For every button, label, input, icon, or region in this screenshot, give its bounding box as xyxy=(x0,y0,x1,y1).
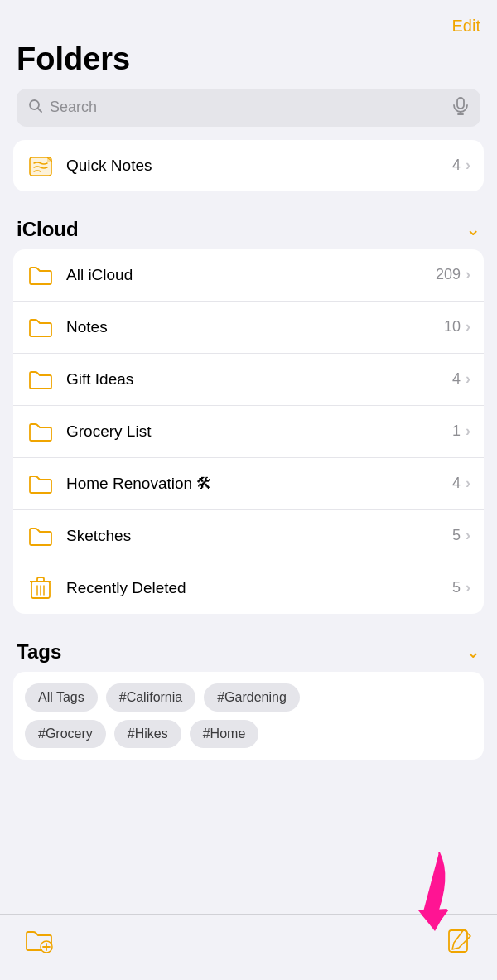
svg-rect-16 xyxy=(449,930,467,952)
item-count: 1 xyxy=(452,422,461,440)
list-item[interactable]: Gift Ideas 4 › xyxy=(13,354,484,406)
title-area: Folders xyxy=(0,39,497,89)
item-count: 5 xyxy=(452,579,461,596)
tags-card: All Tags #California #Gardening #Grocery… xyxy=(13,672,484,760)
header: Edit xyxy=(0,0,497,39)
item-count: 4 xyxy=(452,370,461,388)
item-label: Home Renovation 🛠 xyxy=(66,475,452,493)
folder-icon xyxy=(27,418,55,446)
item-count: 209 xyxy=(436,266,461,283)
tags-section-header: Tags ⌄ xyxy=(0,634,497,672)
icloud-title: iCloud xyxy=(17,218,79,241)
compose-button[interactable] xyxy=(447,929,472,953)
folder-icon xyxy=(27,365,55,393)
quick-notes-chevron: › xyxy=(466,157,470,174)
tag-hikes[interactable]: #Hikes xyxy=(114,720,181,748)
item-label: Sketches xyxy=(66,527,452,545)
new-folder-button[interactable] xyxy=(25,929,53,953)
item-chevron: › xyxy=(466,266,470,283)
bottom-toolbar xyxy=(0,914,497,980)
folder-icon xyxy=(27,313,55,341)
item-chevron: › xyxy=(466,579,470,596)
list-item[interactable]: Grocery List 1 › xyxy=(13,406,484,458)
item-label: Grocery List xyxy=(66,422,452,441)
quick-notes-icon xyxy=(27,152,55,180)
svg-line-1 xyxy=(38,108,42,112)
tag-gardening[interactable]: #Gardening xyxy=(204,683,300,712)
edit-button[interactable]: Edit xyxy=(452,13,480,39)
tags-row-2: #Grocery #Hikes #Home xyxy=(25,720,472,748)
search-icon xyxy=(28,99,43,117)
search-container: Search xyxy=(0,89,497,140)
item-count: 10 xyxy=(444,318,461,336)
list-item[interactable]: Sketches 5 › xyxy=(13,510,484,562)
item-label: Recently Deleted xyxy=(66,579,452,597)
item-chevron: › xyxy=(466,318,470,336)
item-count: 4 xyxy=(452,475,461,492)
item-label: Gift Ideas xyxy=(66,370,452,389)
folder-icon xyxy=(27,470,55,498)
item-count: 5 xyxy=(452,527,461,544)
item-chevron: › xyxy=(466,527,470,544)
tag-california[interactable]: #California xyxy=(106,683,195,712)
list-item[interactable]: Notes 10 › xyxy=(13,302,484,354)
quick-notes-label: Quick Notes xyxy=(66,157,452,175)
page-title: Folders xyxy=(17,42,480,77)
tag-grocery[interactable]: #Grocery xyxy=(25,720,106,748)
icloud-collapse-icon[interactable]: ⌄ xyxy=(466,219,480,240)
item-label: All iCloud xyxy=(66,266,436,284)
item-chevron: › xyxy=(466,370,470,388)
list-item[interactable]: Recently Deleted 5 › xyxy=(13,562,484,614)
item-chevron: › xyxy=(466,475,470,492)
icloud-section-header: iCloud ⌄ xyxy=(0,211,497,249)
tag-all-tags[interactable]: All Tags xyxy=(25,683,98,712)
search-placeholder: Search xyxy=(50,99,446,116)
item-label: Notes xyxy=(66,318,444,336)
folder-icon xyxy=(27,522,55,550)
list-item[interactable]: Home Renovation 🛠 4 › xyxy=(13,458,484,510)
quick-notes-card: Quick Notes 4 › xyxy=(13,140,484,191)
search-bar[interactable]: Search xyxy=(17,89,480,127)
tags-collapse-icon[interactable]: ⌄ xyxy=(466,641,480,663)
quick-notes-count: 4 xyxy=(452,157,461,174)
svg-rect-2 xyxy=(457,98,464,109)
mic-icon[interactable] xyxy=(452,97,469,118)
icloud-card: All iCloud 209 › Notes 10 › Gift Ideas 4… xyxy=(13,249,484,614)
folder-icon xyxy=(27,261,55,289)
tags-title: Tags xyxy=(17,640,61,664)
list-item[interactable]: All iCloud 209 › xyxy=(13,249,484,302)
tag-home[interactable]: #Home xyxy=(190,720,259,748)
trash-icon xyxy=(27,574,55,602)
tags-row-1: All Tags #California #Gardening xyxy=(25,683,472,712)
quick-notes-item[interactable]: Quick Notes 4 › xyxy=(13,140,484,191)
item-chevron: › xyxy=(466,422,470,440)
